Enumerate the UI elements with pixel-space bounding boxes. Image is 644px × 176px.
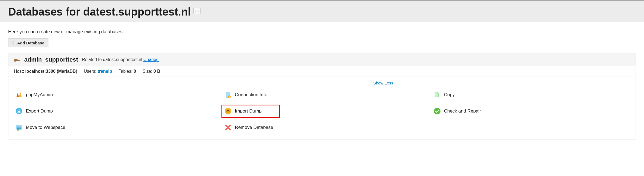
move-icon bbox=[16, 124, 23, 131]
upload-icon bbox=[224, 108, 232, 115]
page-title: Databases for datest.supporttest.nl bbox=[8, 6, 191, 18]
svg-point-4 bbox=[14, 61, 16, 62]
users-link[interactable]: transip bbox=[98, 69, 112, 74]
action-label: Move to Webspace bbox=[26, 125, 65, 130]
action-label: Remove Database bbox=[235, 125, 273, 130]
svg-rect-12 bbox=[17, 126, 19, 126]
phpmyadmin-icon bbox=[16, 91, 23, 98]
show-less-toggle[interactable]: ^ Show Less bbox=[371, 81, 393, 85]
database-related: Related to datest.supporttest.nl Change bbox=[82, 57, 159, 62]
change-link[interactable]: Change bbox=[143, 57, 159, 62]
chevron-up-icon: ^ bbox=[371, 81, 372, 85]
action-label: Import Dump bbox=[235, 108, 261, 114]
add-database-label: Add Database bbox=[17, 41, 44, 45]
database-name: admin_supporttest bbox=[24, 56, 78, 63]
page-menu-button[interactable]: ••• bbox=[193, 8, 201, 14]
move-webspace-action[interactable]: Move to Webspace bbox=[14, 123, 212, 132]
action-label: Export Dump bbox=[26, 108, 53, 114]
action-label: Check and Repair bbox=[444, 108, 481, 114]
copy-action[interactable]: Copy bbox=[432, 90, 630, 99]
plus-icon bbox=[11, 40, 16, 45]
users-meta: Users: transip bbox=[84, 69, 112, 74]
import-dump-action[interactable]: Import Dump bbox=[223, 106, 278, 116]
phpmyadmin-action[interactable]: phpMyAdmin bbox=[14, 90, 212, 99]
remove-icon bbox=[224, 124, 232, 131]
remove-database-action[interactable]: Remove Database bbox=[223, 123, 421, 132]
svg-text:i: i bbox=[229, 96, 230, 98]
add-database-button[interactable]: Add Database bbox=[8, 38, 48, 47]
action-label: phpMyAdmin bbox=[26, 92, 53, 98]
check-repair-action[interactable]: Check and Repair bbox=[432, 106, 630, 116]
database-icon bbox=[13, 57, 20, 62]
action-label: Copy bbox=[444, 92, 455, 98]
size-meta: Size: 0 B bbox=[143, 69, 160, 74]
copy-icon bbox=[434, 91, 441, 98]
host-meta: Host: localhost:3306 (MariaDB) bbox=[14, 69, 77, 74]
download-icon bbox=[16, 108, 23, 115]
connection-info-action[interactable]: i Connection Info bbox=[223, 90, 421, 99]
intro-text: Here you can create new or manage existi… bbox=[0, 22, 644, 35]
tables-meta: Tables: 0 bbox=[119, 69, 136, 74]
check-icon bbox=[434, 108, 441, 115]
svg-rect-14 bbox=[17, 128, 21, 129]
export-dump-action[interactable]: Export Dump bbox=[14, 106, 212, 116]
svg-rect-13 bbox=[17, 127, 21, 128]
file-info-icon: i bbox=[224, 91, 232, 98]
svg-rect-3 bbox=[11, 43, 15, 43]
action-label: Connection Info bbox=[235, 92, 267, 98]
